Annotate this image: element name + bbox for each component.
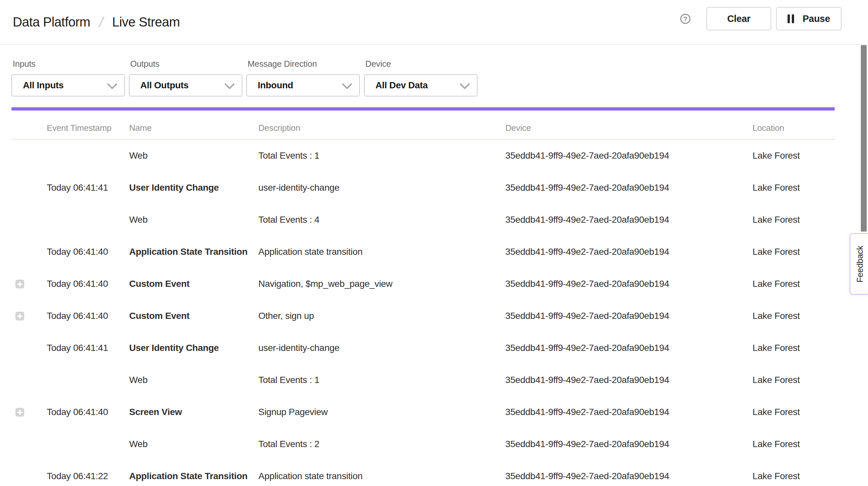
inputs-dropdown-value: All Inputs — [23, 80, 64, 91]
row-description: Total Events : 4 — [258, 204, 319, 236]
outputs-dropdown[interactable]: All Outputs — [129, 74, 242, 96]
chevron-down-icon — [460, 83, 470, 89]
row-device: 35eddb41-9ff9-49e2-7aed-20afa90eb194 — [505, 172, 669, 204]
table-row[interactable]: Web Total Events : 1 35eddb41-9ff9-49e2-… — [0, 140, 836, 172]
page-header: Data Platform / Live Stream ? Clear Paus… — [0, 0, 868, 45]
help-icon[interactable]: ? — [680, 14, 690, 24]
row-location: Lake Forest — [752, 428, 800, 460]
expand-row-button[interactable] — [16, 280, 24, 288]
table-row[interactable]: Today 06:41:40 Screen View Signup Pagevi… — [0, 396, 836, 428]
row-name: Web — [129, 204, 148, 236]
row-timestamp: Today 06:41:40 — [47, 236, 108, 268]
pause-button[interactable]: Pause — [776, 7, 841, 30]
row-location: Lake Forest — [752, 300, 800, 332]
table-row[interactable]: Web Total Events : 1 35eddb41-9ff9-49e2-… — [0, 364, 836, 396]
row-device: 35eddb41-9ff9-49e2-7aed-20afa90eb194 — [505, 396, 669, 428]
row-location: Lake Forest — [752, 460, 800, 486]
filter-inputs: Inputs All Inputs — [13, 59, 36, 69]
row-description: Other, sign up — [258, 300, 314, 332]
row-description: Navigation, $mp_web_page_view — [258, 268, 393, 300]
row-timestamp: Today 06:41:40 — [47, 268, 108, 300]
inputs-dropdown[interactable]: All Inputs — [11, 74, 125, 96]
table-row[interactable]: Today 06:41:41 User Identity Change user… — [0, 172, 836, 204]
row-device: 35eddb41-9ff9-49e2-7aed-20afa90eb194 — [505, 428, 669, 460]
breadcrumb: Data Platform / Live Stream — [13, 0, 180, 44]
col-header-description: Description — [258, 123, 300, 133]
message-direction-dropdown-value: Inbound — [258, 80, 293, 91]
filter-outputs-label: Outputs — [130, 59, 160, 69]
event-stream-table: Web Total Events : 1 35eddb41-9ff9-49e2-… — [0, 140, 868, 486]
row-description: user-identity-change — [258, 172, 339, 204]
row-name: User Identity Change — [129, 172, 219, 204]
row-location: Lake Forest — [752, 140, 800, 172]
filter-device-label: Device — [365, 59, 391, 69]
row-location: Lake Forest — [752, 204, 800, 236]
col-header-location: Location — [752, 123, 784, 133]
row-device: 35eddb41-9ff9-49e2-7aed-20afa90eb194 — [505, 204, 669, 236]
row-device: 35eddb41-9ff9-49e2-7aed-20afa90eb194 — [505, 364, 669, 396]
row-name: Custom Event — [129, 268, 190, 300]
row-name: Web — [129, 364, 148, 396]
feedback-tab[interactable]: Feedback — [850, 233, 868, 295]
row-description: Total Events : 1 — [258, 140, 319, 172]
row-timestamp: Today 06:41:41 — [47, 172, 108, 204]
row-description: Signup Pageview — [258, 396, 328, 428]
stream-accent-bar — [11, 107, 835, 111]
row-description: Application state transition — [258, 236, 362, 268]
chevron-down-icon — [342, 83, 352, 89]
page-title: Live Stream — [112, 15, 180, 29]
feedback-tab-label: Feedback — [855, 246, 865, 282]
table-row[interactable]: Web Total Events : 4 35eddb41-9ff9-49e2-… — [0, 204, 836, 236]
row-location: Lake Forest — [752, 172, 800, 204]
row-name: Application State Transition — [129, 236, 248, 268]
row-device: 35eddb41-9ff9-49e2-7aed-20afa90eb194 — [505, 300, 669, 332]
table-row[interactable]: Today 06:41:40 Application State Transit… — [0, 236, 836, 268]
table-row[interactable]: Today 06:41:41 User Identity Change user… — [0, 332, 836, 364]
row-name: Custom Event — [129, 300, 190, 332]
row-description: Application state transition — [258, 460, 362, 486]
row-description: Total Events : 1 — [258, 364, 319, 396]
row-name: Web — [129, 140, 148, 172]
col-header-device: Device — [505, 123, 531, 133]
device-dropdown[interactable]: All Dev Data — [364, 74, 477, 96]
row-timestamp: Today 06:41:40 — [47, 300, 108, 332]
expand-row-button[interactable] — [16, 408, 24, 417]
row-description: user-identity-change — [258, 332, 339, 364]
row-description: Total Events : 2 — [258, 428, 319, 460]
col-header-name: Name — [129, 123, 152, 133]
table-header: Event Timestamp Name Description Device … — [0, 123, 868, 139]
filter-message-direction-label: Message Direction — [248, 59, 317, 69]
row-location: Lake Forest — [752, 332, 800, 364]
row-device: 35eddb41-9ff9-49e2-7aed-20afa90eb194 — [505, 332, 669, 364]
row-device: 35eddb41-9ff9-49e2-7aed-20afa90eb194 — [505, 236, 669, 268]
expand-row-button[interactable] — [16, 312, 24, 321]
message-direction-dropdown[interactable]: Inbound — [246, 74, 360, 96]
pause-icon — [787, 14, 794, 23]
filter-inputs-label: Inputs — [13, 59, 36, 69]
row-name: User Identity Change — [129, 332, 219, 364]
vertical-scrollbar[interactable] — [861, 45, 867, 232]
pause-button-label: Pause — [803, 13, 830, 24]
row-name: Screen View — [129, 396, 182, 428]
row-device: 35eddb41-9ff9-49e2-7aed-20afa90eb194 — [505, 460, 669, 486]
filter-outputs: Outputs All Outputs — [130, 59, 160, 69]
table-row[interactable]: Web Total Events : 2 35eddb41-9ff9-49e2-… — [0, 428, 836, 460]
row-name: Application State Transition — [129, 460, 248, 486]
row-timestamp: Today 06:41:40 — [47, 396, 108, 428]
row-location: Lake Forest — [752, 396, 800, 428]
col-header-event-timestamp: Event Timestamp — [47, 123, 112, 133]
row-device: 35eddb41-9ff9-49e2-7aed-20afa90eb194 — [505, 268, 669, 300]
clear-button[interactable]: Clear — [707, 7, 771, 30]
table-row[interactable]: Today 06:41:40 Custom Event Other, sign … — [0, 300, 836, 332]
filter-message-direction: Message Direction Inbound — [248, 59, 317, 69]
row-name: Web — [129, 428, 148, 460]
table-row[interactable]: Today 06:41:40 Custom Event Navigation, … — [0, 268, 836, 300]
clear-button-label: Clear — [727, 13, 750, 24]
row-device: 35eddb41-9ff9-49e2-7aed-20afa90eb194 — [505, 140, 669, 172]
outputs-dropdown-value: All Outputs — [140, 80, 189, 91]
row-timestamp: Today 06:41:22 — [47, 460, 108, 486]
row-timestamp: Today 06:41:41 — [47, 332, 108, 364]
breadcrumb-section[interactable]: Data Platform — [13, 15, 90, 29]
table-row[interactable]: Today 06:41:22 Application State Transit… — [0, 460, 836, 486]
chevron-down-icon — [107, 83, 117, 89]
